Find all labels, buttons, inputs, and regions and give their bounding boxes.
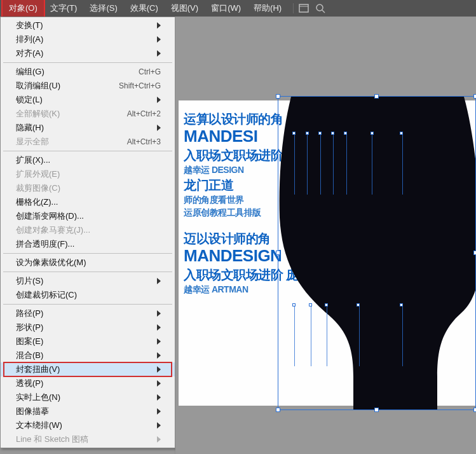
submenu-arrow-icon <box>157 408 161 415</box>
submenu-arrow-icon <box>157 50 161 57</box>
menu-item: Line 和 Sketch 图稿 <box>1 432 175 446</box>
menu-effect[interactable]: 效果(C) <box>124 0 165 17</box>
menu-item[interactable]: 混合(B) <box>1 348 175 362</box>
menu-item-label: 路径(P) <box>16 308 153 319</box>
menu-item[interactable]: 创建渐变网格(D)... <box>1 209 175 223</box>
menu-item[interactable]: 透视(P) <box>1 376 175 390</box>
menu-item-label: 锁定(L) <box>16 94 153 106</box>
menu-item[interactable]: 栅格化(Z)... <box>1 195 175 209</box>
menu-shortcut: Alt+Ctrl+2 <box>127 109 161 118</box>
menu-item: 裁剪图像(C) <box>1 181 175 195</box>
svg-line-3 <box>322 10 325 13</box>
menu-item: 全部解锁(K)Alt+Ctrl+2 <box>1 107 175 121</box>
submenu-arrow-icon <box>157 366 161 373</box>
menu-text[interactable]: 文字(T) <box>44 0 84 17</box>
menu-item-label: 形状(P) <box>16 322 153 333</box>
menu-separator <box>3 272 172 272</box>
menu-item-label: 创建裁切标记(C) <box>16 289 161 301</box>
menubar-divider <box>293 3 294 13</box>
menu-item: 扩展外观(E) <box>1 167 175 181</box>
menu-item: 显示全部Alt+Ctrl+3 <box>1 135 175 149</box>
menu-item-label: 透视(P) <box>16 378 153 389</box>
menu-item[interactable]: 扩展(X)... <box>1 153 175 167</box>
menu-item[interactable]: 文本绕排(W) <box>1 418 175 432</box>
menu-separator <box>3 62 172 63</box>
menu-item-label: 变换(T) <box>16 20 153 31</box>
canvas-area: 运算以设计师的角 MANDESI 入职场文职场进阶｜ 越幸运 DESIGN 龙门… <box>175 17 476 454</box>
text-frame-guides <box>294 134 402 195</box>
menu-item[interactable]: 路径(P) <box>1 306 175 320</box>
object-menu-dropdown: 变换(T)排列(A)对齐(A)编组(G)Ctrl+G取消编组(U)Shift+C… <box>0 17 175 448</box>
menu-window[interactable]: 窗口(W) <box>205 0 247 17</box>
menu-separator <box>3 151 172 151</box>
menu-item-label: 对齐(A) <box>16 48 153 59</box>
menu-item[interactable]: 切片(S) <box>1 274 175 288</box>
menu-item[interactable]: 创建裁切标记(C) <box>1 288 175 302</box>
menu-item-label: 创建对象马赛克(J)... <box>16 224 161 236</box>
menu-item[interactable]: 图像描摹 <box>1 404 175 418</box>
svg-rect-0 <box>299 4 308 12</box>
submenu-arrow-icon <box>157 380 161 387</box>
menu-item-label: 图像描摹 <box>16 406 153 417</box>
menu-item-label: 创建渐变网格(D)... <box>16 210 161 222</box>
submenu-arrow-icon <box>157 422 161 429</box>
menu-item[interactable]: 锁定(L) <box>1 93 175 107</box>
menu-item[interactable]: 编组(G)Ctrl+G <box>1 65 175 79</box>
menu-item-label: 拼合透明度(F)... <box>16 238 161 250</box>
menu-separator <box>3 253 172 254</box>
workspace-icon[interactable] <box>299 3 309 13</box>
menu-item-label: 扩展外观(E) <box>16 169 161 180</box>
submenu-arrow-icon <box>157 338 161 345</box>
menu-item[interactable]: 设为像素级优化(M) <box>1 256 175 270</box>
menu-item-label: Line 和 Sketch 图稿 <box>16 434 153 445</box>
menu-item-label: 排列(A) <box>16 34 153 45</box>
menu-item-label: 裁剪图像(C) <box>16 182 161 194</box>
menu-item-label: 切片(S) <box>16 275 153 287</box>
menu-item-label: 隐藏(H) <box>16 122 153 134</box>
menu-item-label: 混合(B) <box>16 350 153 361</box>
menu-item[interactable]: 形状(P) <box>1 320 175 334</box>
menu-item[interactable]: 隐藏(H) <box>1 121 175 135</box>
menu-item-label: 文本绕排(W) <box>16 420 153 431</box>
menubar-icon-group <box>299 3 325 13</box>
submenu-arrow-icon <box>157 310 161 317</box>
submenu-arrow-icon <box>157 436 161 443</box>
menu-item-label: 全部解锁(K) <box>16 108 127 120</box>
submenu-arrow-icon <box>157 22 161 29</box>
artboard[interactable]: 运算以设计师的角 MANDESI 入职场文职场进阶｜ 越幸运 DESIGN 龙门… <box>179 100 476 406</box>
menu-item[interactable]: 封套扭曲(V) <box>1 362 175 376</box>
menu-shortcut: Alt+Ctrl+3 <box>127 137 161 146</box>
menu-select[interactable]: 选择(S) <box>83 0 123 17</box>
menu-item[interactable]: 拼合透明度(F)... <box>1 237 175 251</box>
submenu-arrow-icon <box>157 36 161 43</box>
submenu-arrow-icon <box>157 324 161 331</box>
menu-item[interactable]: 实时上色(N) <box>1 390 175 404</box>
menu-item-label: 设为像素级优化(M) <box>16 257 161 268</box>
menu-item[interactable]: 取消编组(U)Shift+Ctrl+G <box>1 79 175 93</box>
submenu-arrow-icon <box>157 394 161 401</box>
menu-shortcut: Ctrl+G <box>139 67 161 76</box>
menubar: 对象(O) 文字(T) 选择(S) 效果(C) 视图(V) 窗口(W) 帮助(H… <box>0 0 476 17</box>
menu-shortcut: Shift+Ctrl+G <box>119 81 161 90</box>
menu-item[interactable]: 变换(T) <box>1 18 175 32</box>
submenu-arrow-icon <box>157 352 161 359</box>
menu-item: 创建对象马赛克(J)... <box>1 223 175 237</box>
menu-item-label: 封套扭曲(V) <box>16 364 153 375</box>
svg-point-2 <box>316 4 323 11</box>
menu-view[interactable]: 视图(V) <box>165 0 205 17</box>
menu-object[interactable]: 对象(O) <box>3 0 44 17</box>
submenu-arrow-icon <box>157 125 161 131</box>
menu-item-label: 栅格化(Z)... <box>16 196 161 208</box>
menu-separator <box>3 304 172 305</box>
menu-item-label: 图案(E) <box>16 336 153 347</box>
menu-item-label: 编组(G) <box>16 66 139 78</box>
submenu-arrow-icon <box>157 278 161 284</box>
menu-help[interactable]: 帮助(H) <box>247 0 288 17</box>
menu-item[interactable]: 对齐(A) <box>1 46 175 60</box>
search-icon[interactable] <box>315 3 325 13</box>
text-frame-guides <box>294 305 402 366</box>
menu-item-label: 取消编组(U) <box>16 80 119 92</box>
menu-item-label: 显示全部 <box>16 136 127 148</box>
menu-item[interactable]: 图案(E) <box>1 334 175 348</box>
menu-item[interactable]: 排列(A) <box>1 32 175 46</box>
